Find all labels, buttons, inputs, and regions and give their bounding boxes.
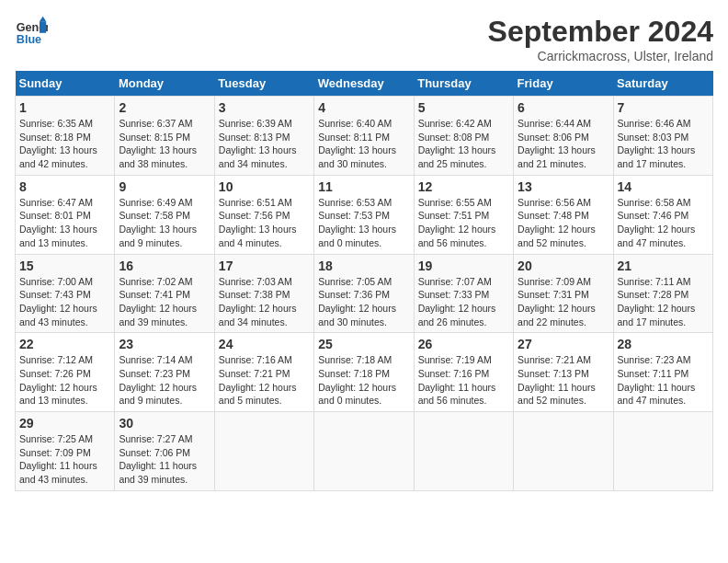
week-row-2: 8 Sunrise: 6:47 AMSunset: 8:01 PMDayligh… (16, 175, 713, 254)
title-block: September 2024 Carrickmacross, Ulster, I… (488, 15, 713, 63)
day-number: 30 (119, 416, 210, 431)
day-number: 18 (318, 259, 409, 273)
day-info: Sunrise: 7:27 AMSunset: 7:06 PMDaylight:… (119, 432, 210, 487)
day-info: Sunrise: 6:39 AMSunset: 8:13 PMDaylight:… (219, 117, 310, 171)
week-row-4: 22 Sunrise: 7:12 AMSunset: 7:26 PMDaylig… (16, 333, 713, 412)
day-info: Sunrise: 7:00 AMSunset: 7:43 PMDaylight:… (19, 275, 110, 329)
cell-4-3: 4 Sunrise: 6:40 AMSunset: 8:11 PMDayligh… (314, 97, 414, 176)
day-number: 25 (318, 337, 409, 351)
day-number: 21 (618, 259, 709, 273)
cell-19-4: 19 Sunrise: 7:07 AMSunset: 7:33 PMDaylig… (414, 254, 513, 333)
week-row-3: 15 Sunrise: 7:00 AMSunset: 7:43 PMDaylig… (16, 254, 713, 333)
cell-20-5: 20 Sunrise: 7:09 AMSunset: 7:31 PMDaylig… (514, 254, 613, 333)
cell-27-5: 27 Sunrise: 7:21 AMSunset: 7:13 PMDaylig… (514, 333, 613, 412)
day-info: Sunrise: 7:12 AMSunset: 7:26 PMDaylight:… (19, 353, 110, 408)
day-number: 23 (119, 337, 210, 351)
cell-5-4: 5 Sunrise: 6:42 AMSunset: 8:08 PMDayligh… (414, 97, 513, 176)
day-number: 9 (119, 179, 210, 194)
day-number: 10 (219, 179, 310, 194)
cell-8-0: 8 Sunrise: 6:47 AMSunset: 8:01 PMDayligh… (16, 175, 115, 254)
cell-3-2: 3 Sunrise: 6:39 AMSunset: 8:13 PMDayligh… (214, 97, 313, 176)
cell-26-4: 26 Sunrise: 7:19 AMSunset: 7:16 PMDaylig… (414, 333, 513, 412)
day-info: Sunrise: 7:14 AMSunset: 7:23 PMDaylight:… (119, 353, 210, 408)
day-info: Sunrise: 7:03 AMSunset: 7:38 PMDaylight:… (219, 275, 310, 329)
week-row-1: 1 Sunrise: 6:35 AMSunset: 8:18 PMDayligh… (16, 97, 713, 176)
day-info: Sunrise: 6:42 AMSunset: 8:08 PMDaylight:… (418, 117, 509, 171)
cell-24-2: 24 Sunrise: 7:16 AMSunset: 7:21 PMDaylig… (214, 333, 313, 412)
col-monday: Monday (115, 71, 214, 97)
day-info: Sunrise: 6:44 AMSunset: 8:06 PMDaylight:… (518, 117, 609, 171)
cell-1-0: 1 Sunrise: 6:35 AMSunset: 8:18 PMDayligh… (16, 97, 115, 176)
cell-empty-3 (314, 412, 414, 491)
day-number: 16 (119, 259, 210, 273)
day-number: 14 (618, 179, 709, 194)
svg-text:Blue: Blue (17, 33, 41, 46)
cell-23-1: 23 Sunrise: 7:14 AMSunset: 7:23 PMDaylig… (115, 333, 214, 412)
cell-16-1: 16 Sunrise: 7:02 AMSunset: 7:41 PMDaylig… (115, 254, 214, 333)
cell-empty-6 (613, 412, 712, 491)
col-thursday: Thursday (414, 71, 513, 97)
cell-17-2: 17 Sunrise: 7:03 AMSunset: 7:38 PMDaylig… (214, 254, 313, 333)
cell-2-1: 2 Sunrise: 6:37 AMSunset: 8:15 PMDayligh… (115, 97, 214, 176)
calendar-subtitle: Carrickmacross, Ulster, Ireland (488, 49, 713, 63)
day-number: 15 (19, 259, 110, 273)
day-info: Sunrise: 7:07 AMSunset: 7:33 PMDaylight:… (418, 275, 509, 329)
day-number: 22 (19, 337, 110, 351)
day-number: 11 (318, 179, 409, 194)
svg-marker-3 (40, 17, 46, 21)
cell-empty-5 (514, 412, 613, 491)
col-tuesday: Tuesday (214, 71, 313, 97)
day-info: Sunrise: 7:23 AMSunset: 7:11 PMDaylight:… (618, 353, 709, 408)
day-number: 3 (219, 100, 310, 115)
cell-28-6: 28 Sunrise: 7:23 AMSunset: 7:11 PMDaylig… (613, 333, 712, 412)
header-row: Sunday Monday Tuesday Wednesday Thursday… (16, 71, 713, 97)
cell-10-2: 10 Sunrise: 6:51 AMSunset: 7:56 PMDaylig… (214, 175, 313, 254)
day-info: Sunrise: 6:55 AMSunset: 7:51 PMDaylight:… (418, 196, 509, 250)
day-info: Sunrise: 6:53 AMSunset: 7:53 PMDaylight:… (318, 196, 409, 250)
col-saturday: Saturday (613, 71, 712, 97)
day-info: Sunrise: 7:02 AMSunset: 7:41 PMDaylight:… (119, 275, 210, 329)
day-number: 1 (19, 100, 110, 115)
cell-30-1: 30 Sunrise: 7:27 AMSunset: 7:06 PMDaylig… (115, 412, 214, 491)
day-info: Sunrise: 6:40 AMSunset: 8:11 PMDaylight:… (318, 117, 409, 171)
day-info: Sunrise: 7:19 AMSunset: 7:16 PMDaylight:… (418, 353, 509, 408)
day-number: 5 (418, 100, 509, 115)
day-number: 29 (19, 416, 110, 431)
day-info: Sunrise: 7:25 AMSunset: 7:09 PMDaylight:… (19, 432, 110, 487)
cell-empty-4 (414, 412, 513, 491)
day-info: Sunrise: 6:58 AMSunset: 7:46 PMDaylight:… (618, 196, 709, 250)
day-number: 17 (219, 259, 310, 273)
day-number: 24 (219, 337, 310, 351)
day-number: 12 (418, 179, 509, 194)
day-info: Sunrise: 6:56 AMSunset: 7:48 PMDaylight:… (518, 196, 609, 250)
day-info: Sunrise: 6:37 AMSunset: 8:15 PMDaylight:… (119, 117, 210, 171)
cell-11-3: 11 Sunrise: 6:53 AMSunset: 7:53 PMDaylig… (314, 175, 414, 254)
cell-29-0: 29 Sunrise: 7:25 AMSunset: 7:09 PMDaylig… (16, 412, 115, 491)
cell-13-5: 13 Sunrise: 6:56 AMSunset: 7:48 PMDaylig… (514, 175, 613, 254)
calendar-table: Sunday Monday Tuesday Wednesday Thursday… (15, 71, 713, 491)
cell-15-0: 15 Sunrise: 7:00 AMSunset: 7:43 PMDaylig… (16, 254, 115, 333)
day-info: Sunrise: 6:46 AMSunset: 8:03 PMDaylight:… (618, 117, 709, 171)
svg-marker-2 (40, 21, 46, 33)
day-info: Sunrise: 7:11 AMSunset: 7:28 PMDaylight:… (618, 275, 709, 329)
logo-icon: General Blue (15, 15, 48, 48)
day-number: 7 (618, 100, 709, 115)
day-number: 2 (119, 100, 210, 115)
day-number: 6 (518, 100, 609, 115)
day-number: 20 (518, 259, 609, 273)
day-info: Sunrise: 6:51 AMSunset: 7:56 PMDaylight:… (219, 196, 310, 250)
day-info: Sunrise: 7:21 AMSunset: 7:13 PMDaylight:… (518, 353, 609, 408)
col-friday: Friday (514, 71, 613, 97)
cell-9-1: 9 Sunrise: 6:49 AMSunset: 7:58 PMDayligh… (115, 175, 214, 254)
cell-empty-2 (214, 412, 313, 491)
cell-14-6: 14 Sunrise: 6:58 AMSunset: 7:46 PMDaylig… (613, 175, 712, 254)
day-number: 28 (618, 337, 709, 351)
day-number: 19 (418, 259, 509, 273)
cell-22-0: 22 Sunrise: 7:12 AMSunset: 7:26 PMDaylig… (16, 333, 115, 412)
day-info: Sunrise: 6:35 AMSunset: 8:18 PMDaylight:… (19, 117, 110, 171)
cell-6-5: 6 Sunrise: 6:44 AMSunset: 8:06 PMDayligh… (514, 97, 613, 176)
day-number: 27 (518, 337, 609, 351)
day-number: 13 (518, 179, 609, 194)
cell-18-3: 18 Sunrise: 7:05 AMSunset: 7:36 PMDaylig… (314, 254, 414, 333)
calendar-title: September 2024 (488, 15, 713, 49)
